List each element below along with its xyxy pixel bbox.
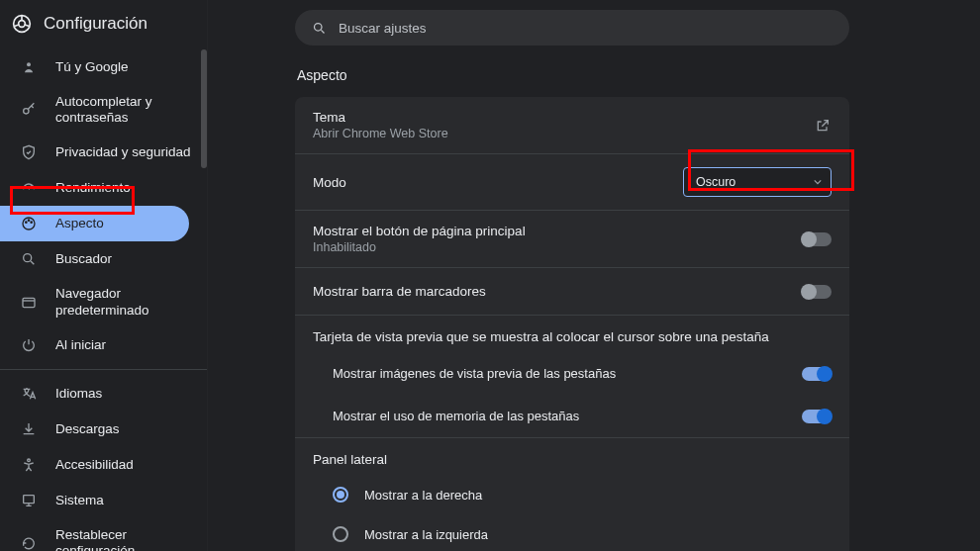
bookmarks-toggle[interactable] [802,285,832,299]
sidebar-item-label: Tú y Google [55,59,129,75]
svg-point-8 [24,254,32,262]
row-title: Mostrar imágenes de vista previa de las … [333,366,616,381]
side-panel-left-radio[interactable]: Mostrar a la izquierda [295,514,849,551]
search-icon [20,250,38,268]
dropdown-value: Oscuro [696,175,735,189]
mode-dropdown[interactable]: Oscuro [683,167,832,197]
open-external-icon[interactable] [814,117,832,135]
shield-icon [20,143,38,161]
sidebar-item-label: Al iniciar [55,337,106,353]
svg-rect-11 [24,495,35,503]
sidebar-item-default-browser[interactable]: Navegador predeterminado [0,277,207,326]
radio-icon [333,526,348,542]
main-content: Aspecto Tema Abrir Chrome Web Store Modo… [208,0,980,551]
sidebar-item-label: Buscador [55,251,112,267]
person-icon [20,58,38,76]
radio-label: Mostrar a la derecha [364,488,482,503]
appearance-card: Tema Abrir Chrome Web Store Modo Oscuro … [295,97,849,551]
sidebar-item-accessibility[interactable]: Accesibilidad [0,447,207,483]
row-title: Modo [313,175,683,190]
sidebar-header: Configuración [0,8,207,49]
sidebar-item-reset[interactable]: Restablecer configuración [0,518,207,551]
download-icon [20,420,38,438]
sidebar-item-you-and-google[interactable]: Tú y Google [0,49,207,85]
svg-point-2 [27,62,31,66]
sidebar-item-system[interactable]: Sistema [0,483,207,518]
side-panel-right-radio[interactable]: Mostrar a la derecha [295,475,849,514]
side-panel-header: Panel lateral [295,438,849,475]
sidebar-item-label: Autocompletar y contraseñas [55,94,195,126]
row-title: Mostrar barra de marcadores [313,284,802,299]
sidebar-item-downloads[interactable]: Descargas [0,412,207,447]
sidebar-item-label: Sistema [55,493,104,508]
mode-row: Modo Oscuro [295,154,849,211]
speedometer-icon [20,179,38,197]
memory-usage-row: Mostrar el uso de memoria de las pestaña… [333,395,832,437]
sidebar-item-onstartup[interactable]: Al iniciar [0,327,207,363]
svg-point-10 [28,459,31,462]
row-title: Tema [313,110,814,125]
search-icon [311,20,327,36]
bookmarks-bar-row: Mostrar barra de marcadores [295,268,849,316]
svg-point-6 [28,220,29,221]
sidebar-item-performance[interactable]: Rendimiento [0,170,207,206]
radio-label: Mostrar a la izquierda [364,527,488,542]
chevron-down-icon [813,177,823,187]
sidebar-item-search[interactable]: Buscador [0,241,207,277]
sidebar-item-label: Rendimiento [55,180,131,196]
row-title: Mostrar el uso de memoria de las pestaña… [333,409,579,423]
sidebar-item-label: Accesibilidad [55,457,134,473]
search-bar[interactable] [295,10,849,46]
memory-usage-toggle[interactable] [802,410,832,423]
row-subtitle: Abrir Chrome Web Store [313,127,814,140]
sidebar-item-label: Restablecer configuración [55,527,195,551]
section-title: Aspecto [297,67,952,83]
row-title: Mostrar el botón de página principal [313,224,802,238]
svg-point-5 [26,222,27,223]
sidebar-item-privacy[interactable]: Privacidad y seguridad [0,135,207,170]
sidebar: Configuración Tú y Google Autocompletar … [0,0,208,551]
sidebar-item-autofill[interactable]: Autocompletar y contraseñas [0,85,207,135]
palette-icon [20,215,38,232]
sidebar-title: Configuración [44,14,147,34]
sidebar-item-label: Navegador predeterminado [55,286,195,318]
sidebar-divider [0,369,207,370]
language-icon [20,385,38,403]
svg-point-12 [314,23,322,31]
sidebar-item-appearance[interactable]: Aspecto [0,206,189,241]
accessibility-icon [20,456,38,474]
browser-icon [20,294,38,312]
key-icon [20,101,38,119]
svg-point-3 [24,109,29,114]
preview-images-row: Mostrar imágenes de vista previa de las … [333,352,832,395]
row-subtitle: Inhabilitado [313,240,802,254]
search-input[interactable] [339,21,833,36]
sidebar-item-label: Privacidad y seguridad [55,144,191,160]
reset-icon [20,534,38,551]
sidebar-item-label: Idiomas [55,386,102,402]
chrome-logo-icon [12,14,32,34]
radio-icon [333,487,348,503]
tab-preview-header: Tarjeta de vista previa que se muestra a… [295,316,849,352]
sidebar-item-label: Descargas [55,421,120,437]
system-icon [20,492,38,509]
svg-point-7 [31,222,32,223]
sidebar-item-label: Aspecto [55,216,104,231]
svg-rect-9 [23,298,35,307]
home-button-toggle[interactable] [802,232,832,246]
sidebar-item-languages[interactable]: Idiomas [0,376,207,412]
svg-point-1 [19,21,26,28]
power-icon [20,336,38,354]
preview-images-toggle[interactable] [802,367,832,381]
home-button-row: Mostrar el botón de página principal Inh… [295,211,849,268]
theme-row[interactable]: Tema Abrir Chrome Web Store [295,97,849,154]
